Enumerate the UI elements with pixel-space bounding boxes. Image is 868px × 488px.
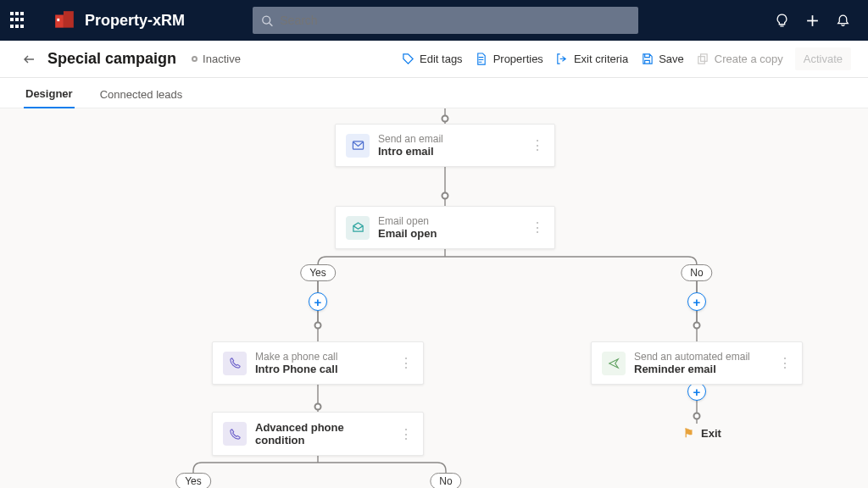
node-category: Email open (378, 215, 437, 227)
search-icon (261, 14, 273, 27)
add-step-button[interactable]: + (687, 292, 706, 311)
phone-condition-icon (223, 422, 247, 446)
create-copy-button[interactable]: Create a copy (696, 53, 783, 66)
node-title: Advanced phone condition (255, 421, 391, 446)
search-box[interactable] (253, 7, 638, 34)
node-phone-condition[interactable]: Advanced phone condition ⋮ (212, 412, 424, 456)
svg-line-5 (270, 23, 273, 26)
port (442, 192, 449, 200)
search-input[interactable] (280, 14, 630, 27)
node-category: Send an automated email (634, 351, 750, 363)
node-more-icon[interactable]: ⋮ (522, 137, 544, 153)
edit-tags-button[interactable]: Edit tags (401, 53, 463, 66)
port (442, 115, 449, 123)
node-more-icon[interactable]: ⋮ (391, 426, 413, 442)
app-name: Property-xRM (85, 12, 185, 30)
node-more-icon[interactable]: ⋮ (391, 355, 413, 371)
branch-yes-pill[interactable]: Yes (175, 473, 211, 488)
node-more-icon[interactable]: ⋮ (770, 355, 792, 371)
svg-rect-8 (698, 57, 705, 64)
flow-canvas[interactable]: Yes No Yes No + + + Send an email Intro … (0, 108, 868, 488)
tab-bar: Designer Connected leads (0, 78, 868, 108)
node-title: Reminder email (634, 363, 750, 375)
command-bar: Special campaign Inactive Edit tags Prop… (0, 41, 868, 78)
node-email-open[interactable]: Email open Email open ⋮ (335, 206, 555, 249)
back-button[interactable] (17, 47, 41, 71)
tab-connected-leads[interactable]: Connected leads (98, 81, 185, 108)
exit-label: Exit (701, 427, 721, 440)
bell-icon[interactable] (827, 5, 858, 36)
lightbulb-icon[interactable] (766, 5, 797, 36)
node-more-icon[interactable]: ⋮ (522, 219, 544, 236)
exit-criteria-button[interactable]: Exit criteria (555, 53, 628, 66)
plus-icon[interactable] (797, 5, 827, 36)
top-navbar: P Property-xRM (0, 0, 868, 41)
branch-no-pill[interactable]: No (430, 473, 461, 488)
port (314, 403, 322, 411)
tag-icon (401, 53, 415, 66)
node-category: Send an email (378, 133, 443, 145)
branch-no-pill[interactable]: No (681, 264, 712, 281)
node-title: Intro email (378, 145, 443, 158)
save-button[interactable]: Save (640, 53, 684, 66)
node-send-email[interactable]: Send an email Intro email ⋮ (335, 124, 555, 167)
add-step-button[interactable]: + (687, 382, 706, 401)
exit-node[interactable]: ⚑ Exit (683, 426, 721, 440)
properties-button[interactable]: Properties (475, 53, 543, 66)
port (314, 322, 322, 330)
app-logo: P (53, 8, 76, 32)
svg-text:P: P (59, 17, 63, 22)
page-title: Special campaign (47, 50, 176, 68)
svg-rect-9 (701, 54, 708, 61)
app-launcher-icon[interactable] (10, 12, 27, 29)
add-step-button[interactable]: + (309, 292, 327, 311)
svg-rect-1 (64, 11, 74, 27)
send-icon (602, 352, 626, 375)
status-indicator (192, 56, 198, 62)
copy-icon (696, 53, 709, 66)
phone-icon (223, 352, 247, 375)
mail-icon (346, 134, 370, 158)
node-phone-call[interactable]: Make a phone call Intro Phone call ⋮ (212, 341, 424, 385)
node-title: Email open (378, 227, 437, 240)
document-icon (475, 53, 488, 66)
tab-designer[interactable]: Designer (24, 80, 75, 108)
node-category: Make a phone call (255, 351, 338, 363)
mail-open-icon (346, 216, 370, 240)
node-automated-email[interactable]: Send an automated email Reminder email ⋮ (591, 341, 803, 385)
port (693, 413, 701, 420)
save-icon (640, 53, 654, 66)
activate-button[interactable]: Activate (795, 47, 851, 70)
status-text: Inactive (203, 53, 241, 65)
flag-icon: ⚑ (683, 426, 694, 440)
branch-yes-pill[interactable]: Yes (300, 264, 336, 281)
port (693, 322, 701, 330)
exit-icon (555, 53, 569, 66)
node-title: Intro Phone call (255, 363, 338, 375)
svg-point-4 (263, 16, 270, 24)
